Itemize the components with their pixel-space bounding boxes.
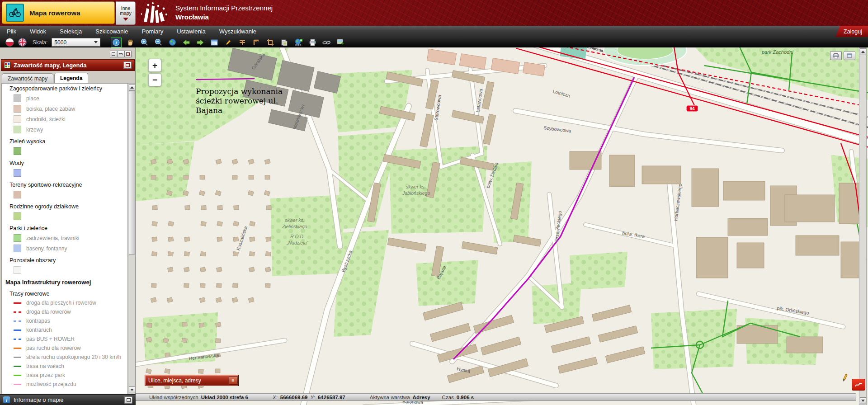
select-chevron-icon [94, 41, 98, 43]
drawing-mode-badge[interactable] [852, 379, 865, 391]
other-maps-button[interactable]: Inne mapy [116, 1, 136, 25]
toolbar: Skala: 5000 i WFS [0, 37, 868, 47]
menu-item[interactable]: Ustawienia [170, 26, 212, 37]
next-view-tool-icon[interactable] [195, 38, 205, 47]
legend-item-label: place [26, 95, 39, 102]
menu-item[interactable]: Szkicowanie [89, 26, 135, 37]
wfs-tool-icon[interactable]: WFS [293, 38, 303, 47]
zoom-in-tool-icon[interactable] [139, 38, 149, 47]
legend-item: place [14, 94, 127, 102]
statusbar: Układ współrzędnych Układ 2000 strefa 6 … [136, 393, 856, 401]
legend-swatch [14, 266, 21, 274]
legend-item-label: kontrapas [26, 318, 50, 324]
english-language-flag-icon[interactable] [18, 38, 27, 47]
export-image-tool-icon[interactable] [335, 38, 345, 47]
print-tool-icon[interactable] [307, 38, 317, 47]
scale-label: Skala: [33, 39, 47, 46]
select-region-tool-icon[interactable] [209, 38, 219, 47]
legend-item: pas ruchu dla rowerów [14, 345, 127, 351]
legend-item: kontrapas [14, 318, 127, 324]
app-header: Mapa rowerowa Inne mapy System Informacj… [0, 0, 868, 26]
legend-swatch [14, 375, 21, 376]
legend-item: trasa przez park [14, 372, 127, 378]
menu-item[interactable]: Widok [23, 26, 53, 37]
legend-swatch [14, 311, 21, 313]
scroll-up-icon[interactable] [129, 84, 135, 91]
legend-section-heading: Zieleń wysoka [9, 138, 127, 145]
identify-tool-icon[interactable]: i [111, 38, 121, 47]
sidebar-tab[interactable]: Zawartość mapy [2, 73, 53, 83]
legend-item-label: boiska, place zabaw [26, 106, 75, 112]
wroclaw-sip-logo [141, 2, 170, 24]
legend-section-heading: Parki i zieleńce [9, 225, 127, 231]
map-theme-button[interactable]: Mapa rowerowa [2, 1, 115, 24]
legend-item-label: możliwość przejazdu [26, 381, 76, 387]
y-value: 6426587.97 [318, 395, 345, 400]
sketch-tool-icon[interactable] [223, 38, 233, 47]
legend-item-label: droga dla pieszych i rowerów [26, 300, 96, 306]
legend-swatch [14, 348, 21, 349]
legend-item: możliwość przejazdu [14, 381, 127, 387]
panel-dock-button[interactable] [110, 51, 117, 57]
panel-collapse-button[interactable] [123, 61, 132, 69]
other-maps-label: Inne mapy [116, 6, 135, 16]
legend-item: baseny, fontanny [14, 245, 127, 252]
panel-minimize-button[interactable] [117, 51, 124, 57]
legend-swatch [14, 94, 21, 102]
zoom-out-tool-icon[interactable] [153, 38, 163, 47]
map-info-bar[interactable]: i Informacje o mapie [0, 394, 136, 405]
measure-path-tool-icon[interactable] [251, 38, 261, 47]
svg-text:WFS: WFS [295, 44, 301, 47]
map-scroll-up-icon[interactable] [860, 48, 866, 55]
legend-item: boiska, place zabaw [14, 105, 127, 113]
measure-length-tool-icon[interactable] [237, 38, 247, 47]
info-icon: i [3, 396, 10, 403]
map-label: Zielińskiego [282, 224, 307, 229]
y-label: Y: [311, 395, 315, 400]
map-canvas[interactable]: Propozycja wykonania ścieżki rowerowej u… [136, 47, 868, 405]
measure-area-tool-icon[interactable] [265, 38, 275, 47]
zoom-in-button[interactable]: + [148, 59, 161, 72]
legend-section-heading: Trasy rowerowe [9, 291, 127, 297]
menu-item[interactable]: Plik [0, 26, 23, 37]
legend-section-heading: Wody [9, 160, 127, 166]
address-search-box[interactable]: Ulice, miejsca, adresy ≡ [145, 375, 239, 386]
app-title-line1: System Informacji Przestrzennej [175, 4, 273, 12]
legend-item [14, 191, 127, 198]
sidebar-tab[interactable]: Legenda [54, 73, 88, 83]
previous-view-tool-icon[interactable] [181, 38, 191, 47]
active-layer-label: Aktywna warstwa [370, 395, 410, 400]
zoom-out-button[interactable]: − [148, 73, 161, 86]
map-scrollbar[interactable] [859, 47, 867, 405]
scrollbar-thumb[interactable] [129, 91, 135, 254]
menubar: PlikWidokSelekcjaSzkicowaniePomiaryUstaw… [0, 26, 868, 37]
menu-item[interactable]: Selekcja [53, 26, 89, 37]
polish-language-flag-icon[interactable] [5, 38, 14, 47]
sidebar-scrollbar[interactable] [128, 83, 135, 394]
scroll-down-icon[interactable] [129, 386, 135, 393]
panel-close-button[interactable] [124, 51, 132, 57]
copy-map-tool-icon[interactable] [279, 38, 289, 47]
link-tool-icon[interactable] [321, 38, 331, 47]
menu-item[interactable]: Wyszukiwanie [212, 26, 263, 37]
legend-section-heading: Pozostałe obszary [9, 257, 127, 264]
legend-panel-header[interactable]: Zawartość mapy, Legenda [1, 59, 135, 71]
scale-select[interactable]: 5000 [52, 38, 100, 47]
print-view-button[interactable] [830, 51, 842, 60]
scale-value: 5000 [54, 39, 66, 46]
map-scroll-down-icon[interactable] [860, 397, 866, 404]
legend-swatch [14, 147, 21, 155]
maximize-view-button[interactable] [844, 51, 855, 60]
app-title: System Informacji Przestrzennej Wrocławi… [175, 4, 273, 21]
chevron-down-icon [123, 18, 128, 21]
sidebar-top-strip [0, 47, 135, 59]
legend-item-label: droga dla rowerów [26, 309, 71, 315]
full-extent-tool-icon[interactable] [167, 38, 177, 47]
login-button[interactable]: Zaloguj [835, 26, 868, 37]
pan-tool-icon[interactable] [125, 38, 135, 47]
search-options-button[interactable]: ≡ [229, 376, 237, 385]
menu-item[interactable]: Pomiary [135, 26, 170, 37]
info-restore-button[interactable] [124, 396, 132, 404]
legend-swatch [14, 384, 21, 385]
legend-item-label: strefa ruchu uspokojonego 20 i 30 km/h [26, 354, 121, 360]
